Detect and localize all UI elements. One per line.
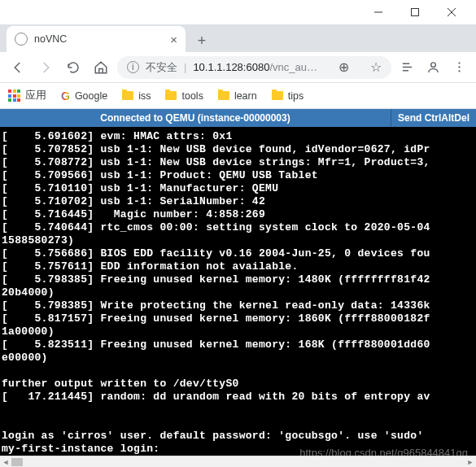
iss-bookmark[interactable]: iss xyxy=(122,90,151,102)
svg-point-4 xyxy=(430,63,435,68)
scroll-thumb[interactable] xyxy=(11,458,23,466)
vnc-status-bar: Connected to QEMU (instance-00000003) Se… xyxy=(0,109,476,127)
bookmark-label: learn xyxy=(234,90,257,102)
reload-button[interactable] xyxy=(62,56,85,79)
learn-bookmark[interactable]: learn xyxy=(218,90,257,102)
home-button[interactable] xyxy=(90,56,112,79)
folder-icon xyxy=(272,91,283,100)
site-info-icon[interactable]: i xyxy=(127,61,139,73)
reader-icon[interactable] xyxy=(396,57,417,78)
menu-icon[interactable] xyxy=(448,57,469,78)
minimize-button[interactable] xyxy=(360,1,396,24)
google-icon: G xyxy=(61,89,70,103)
maximize-button[interactable] xyxy=(396,1,433,24)
bookmark-label: tips xyxy=(288,90,304,102)
url-host: 10.1.1.128:6080 xyxy=(193,61,269,73)
tips-bookmark[interactable]: tips xyxy=(272,90,304,102)
insecure-label: 不安全 xyxy=(146,60,177,75)
tab-favicon xyxy=(15,33,28,46)
back-button[interactable] xyxy=(7,56,29,79)
profile-icon[interactable] xyxy=(422,57,443,78)
svg-point-6 xyxy=(458,66,460,68)
address-bar[interactable]: i 不安全 | 10.1.1.128:6080/vnc_au… ⊕ ☆ xyxy=(117,56,391,79)
horizontal-scrollbar[interactable]: ◄ ► xyxy=(0,456,476,467)
terminal-output[interactable]: [ 5.691602] evm: HMAC attrs: 0x1 [ 5.707… xyxy=(0,127,476,456)
translate-icon[interactable]: ⊕ xyxy=(338,59,349,75)
bookmark-label: Google xyxy=(75,90,107,102)
bookmark-label: 应用 xyxy=(25,89,46,103)
vnc-connection-status: Connected to QEMU (instance-00000003) xyxy=(0,109,391,127)
folder-icon xyxy=(122,91,133,100)
send-ctrlaltdel-button[interactable]: Send CtrlAltDel xyxy=(391,109,476,127)
svg-rect-1 xyxy=(411,9,418,16)
scroll-right-arrow[interactable]: ► xyxy=(465,456,476,467)
tools-bookmark[interactable]: tools xyxy=(165,90,203,102)
tab-close-icon[interactable]: × xyxy=(170,33,177,46)
new-tab-button[interactable]: + xyxy=(190,29,213,52)
svg-point-7 xyxy=(458,70,460,72)
bookmark-label: tools xyxy=(181,90,203,102)
svg-point-5 xyxy=(458,62,460,63)
bookmarks-bar: 应用 G Google iss tools learn tips xyxy=(0,83,476,109)
folder-icon xyxy=(165,91,177,100)
apps-bookmark[interactable]: 应用 xyxy=(8,89,46,103)
tab-strip: noVNC × + xyxy=(0,24,476,52)
browser-tab[interactable]: noVNC × xyxy=(7,26,186,52)
apps-icon xyxy=(8,89,20,102)
bookmark-star-icon[interactable]: ☆ xyxy=(370,59,382,75)
scroll-left-arrow[interactable]: ◄ xyxy=(0,456,11,467)
forward-button[interactable] xyxy=(34,56,57,79)
folder-icon xyxy=(218,91,229,100)
close-window-button[interactable] xyxy=(433,1,469,24)
google-bookmark[interactable]: G Google xyxy=(61,89,107,103)
bookmark-label: iss xyxy=(138,90,151,102)
browser-toolbar: i 不安全 | 10.1.1.128:6080/vnc_au… ⊕ ☆ xyxy=(0,52,476,83)
tab-title: noVNC xyxy=(34,33,67,45)
url-path: /vnc_au… xyxy=(269,61,317,73)
window-titlebar xyxy=(0,0,476,24)
